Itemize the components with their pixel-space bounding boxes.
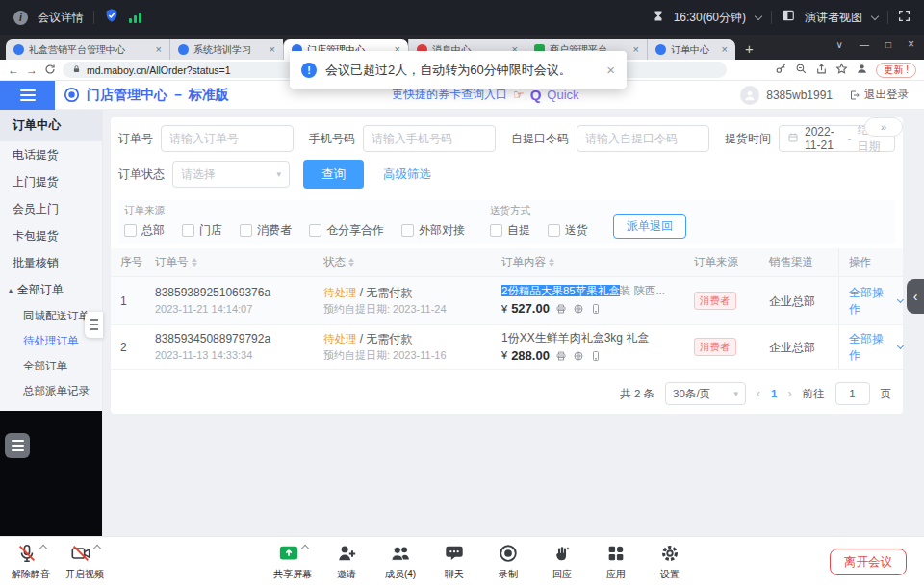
tab-close-icon[interactable]: × xyxy=(633,44,639,55)
leave-meeting-button[interactable]: 离开会议 xyxy=(830,549,907,575)
col-content[interactable]: 订单内容 xyxy=(492,255,684,269)
key-icon[interactable] xyxy=(775,62,787,79)
sidebar-item-batch-verify[interactable]: 批量核销 xyxy=(0,249,102,276)
checkbox-source-external[interactable]: 外部对接 xyxy=(401,222,465,239)
meeting-panel-toggle-button[interactable] xyxy=(5,433,30,458)
printer-icon[interactable] xyxy=(555,303,567,315)
quick-link[interactable]: Quick xyxy=(547,88,578,102)
pickup-code-input[interactable] xyxy=(577,125,709,152)
forward-icon[interactable]: → xyxy=(26,64,38,76)
mobile-icon[interactable] xyxy=(590,303,602,315)
collapse-filters-button[interactable]: » xyxy=(864,117,903,137)
chevron-down-icon[interactable] xyxy=(871,12,879,19)
sort-icon[interactable] xyxy=(549,258,554,267)
user-avatar[interactable] xyxy=(740,86,759,105)
react-button[interactable]: 回应 xyxy=(541,543,583,581)
printer-icon[interactable] xyxy=(555,350,567,362)
checkbox-icon[interactable] xyxy=(548,224,560,237)
chevron-up-icon[interactable] xyxy=(38,545,46,552)
globe-icon[interactable] xyxy=(573,303,584,315)
meeting-details-button[interactable]: 会议详情 xyxy=(38,10,84,26)
profile-icon[interactable] xyxy=(856,62,868,79)
order-status-select[interactable]: 请选择 ▾ xyxy=(172,161,290,188)
toast-close-icon[interactable]: × xyxy=(606,62,615,78)
chevron-up-icon[interactable] xyxy=(92,545,100,552)
panel-expand-handle[interactable]: ‹ xyxy=(907,279,924,314)
globe-icon[interactable] xyxy=(573,350,584,362)
sort-icon[interactable] xyxy=(348,258,354,267)
chevron-down-icon[interactable] xyxy=(755,12,762,19)
advanced-filter-link[interactable]: 高级筛选 xyxy=(383,166,431,183)
browser-tab[interactable]: 订单中心 × xyxy=(647,39,735,60)
share-screen-button[interactable]: 共享屏幕 xyxy=(271,543,314,581)
phone-input[interactable] xyxy=(363,125,496,152)
sidebar-item-member-visit[interactable]: 会员上门 xyxy=(0,195,102,222)
zoom-icon[interactable] xyxy=(795,62,808,79)
current-page-number[interactable]: 1 xyxy=(771,388,777,399)
sidebar-drag-handle[interactable] xyxy=(85,312,103,338)
prev-page-icon[interactable]: ‹ xyxy=(757,387,760,400)
checkbox-source-consumer[interactable]: 消费者 xyxy=(240,222,292,239)
sort-icon[interactable] xyxy=(192,258,197,267)
table-row[interactable]: 2 83859345088979792a 2023-11-13 14:33:34… xyxy=(111,325,903,370)
page-size-select[interactable]: 30条/页▾ xyxy=(665,382,746,405)
goto-page-input[interactable] xyxy=(835,382,870,405)
sidebar-group-all-orders[interactable]: ▴ 全部订单 xyxy=(0,276,102,303)
chat-button[interactable]: 聊天 xyxy=(433,543,475,581)
hamburger-menu-button[interactable] xyxy=(0,81,55,110)
window-close-button[interactable]: × xyxy=(908,38,914,51)
checkbox-source-warehouse-share[interactable]: 仓分享合作 xyxy=(309,222,384,239)
bookmark-star-icon[interactable] xyxy=(835,62,848,79)
coupon-query-link[interactable]: 更快捷的券卡查询入口 xyxy=(392,87,507,103)
tab-close-icon[interactable]: × xyxy=(270,44,275,55)
lock-icon[interactable] xyxy=(72,64,81,76)
sidebar-item-phone-pickup[interactable]: 电话提货 xyxy=(0,141,102,168)
tab-search-icon[interactable]: ∨ xyxy=(836,39,843,50)
checkbox-icon[interactable] xyxy=(490,224,502,237)
checkbox-source-hq[interactable]: 总部 xyxy=(124,222,165,239)
view-mode-button[interactable]: 演讲者视图 xyxy=(805,10,862,26)
mobile-icon[interactable] xyxy=(590,350,602,362)
new-tab-button[interactable]: + xyxy=(745,40,754,57)
checkbox-source-store[interactable]: 门店 xyxy=(182,222,222,239)
start-video-button[interactable]: 开启视频 xyxy=(64,543,106,581)
checkbox-self-pickup[interactable]: 自提 xyxy=(490,222,530,239)
order-no-input[interactable] xyxy=(161,125,294,152)
window-maximize-button[interactable]: □ xyxy=(886,39,891,50)
fullscreen-icon[interactable] xyxy=(898,9,911,26)
members-button[interactable]: 成员(4) xyxy=(379,543,422,581)
tab-close-icon[interactable]: × xyxy=(722,44,728,55)
reload-icon[interactable] xyxy=(44,62,56,79)
sidebar-item-door-pickup[interactable]: 上门提货 xyxy=(0,168,102,195)
all-actions-dropdown[interactable]: 全部操作 xyxy=(838,325,903,369)
invite-button[interactable]: 邀请 xyxy=(325,543,368,581)
settings-button[interactable]: 设置 xyxy=(649,543,691,581)
checkbox-icon[interactable] xyxy=(401,224,414,237)
col-status[interactable]: 状态 xyxy=(314,255,492,269)
checkbox-delivery[interactable]: 送货 xyxy=(548,222,588,239)
tab-close-icon[interactable]: × xyxy=(156,44,162,55)
checkbox-icon[interactable] xyxy=(124,224,137,237)
sidebar-item-card-pickup[interactable]: 卡包提货 xyxy=(0,222,102,249)
browser-tab[interactable]: 系统培训学习 × xyxy=(169,39,283,60)
checkbox-icon[interactable] xyxy=(309,224,321,237)
col-order-no[interactable]: 订单号 xyxy=(145,255,314,269)
checkbox-icon[interactable] xyxy=(182,224,194,237)
video-tile-camera-off[interactable] xyxy=(0,411,102,536)
search-button[interactable]: 查询 xyxy=(303,160,364,189)
chrome-update-button[interactable]: 更新 ! xyxy=(876,63,916,78)
next-page-icon[interactable]: › xyxy=(788,387,792,400)
apps-button[interactable]: 应用 xyxy=(595,543,637,581)
chevron-up-icon[interactable] xyxy=(300,545,308,552)
window-minimize-button[interactable]: — xyxy=(860,39,869,50)
table-row[interactable]: 1 83859389251069376a 2023-11-21 14:14:07… xyxy=(111,277,903,325)
sidebar-item-hq-dispatch-records[interactable]: 总部派单记录 xyxy=(0,378,102,403)
meeting-timer[interactable]: 16:30(60分钟) xyxy=(674,10,746,26)
sidebar-item-all-orders[interactable]: 全部订单 xyxy=(0,353,102,378)
browser-tab[interactable]: 礼盒营销平台管理中心 × xyxy=(6,39,169,60)
dispatch-return-button[interactable]: 派单退回 xyxy=(613,214,686,239)
record-button[interactable]: 录制 xyxy=(487,543,529,581)
logout-button[interactable]: 退出登录 xyxy=(849,88,909,102)
share-icon[interactable] xyxy=(815,62,828,79)
unmute-button[interactable]: 解除静音 xyxy=(10,543,52,581)
